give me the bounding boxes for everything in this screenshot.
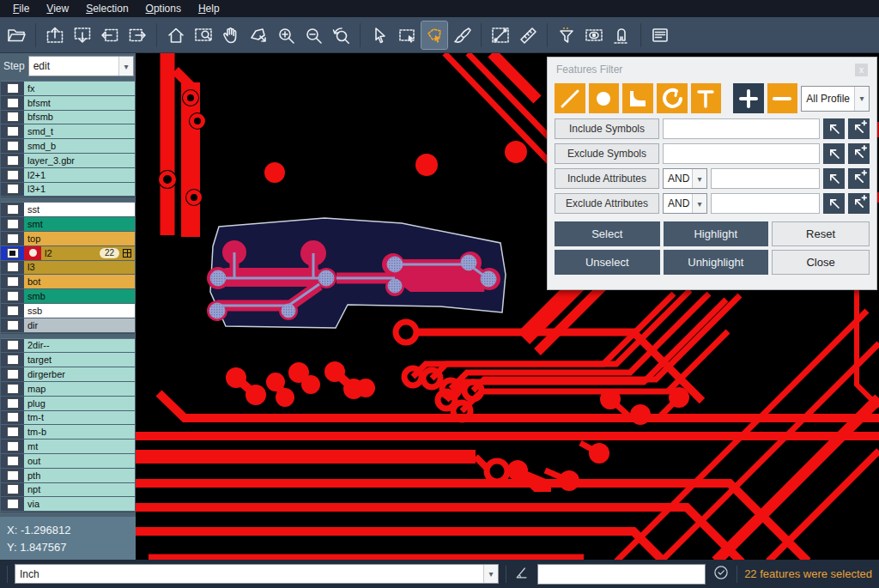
layer-name[interactable]: ssb (24, 304, 135, 318)
view-options-icon[interactable] (581, 21, 607, 49)
zoom-polygon-icon[interactable] (246, 21, 271, 49)
features-filter-icon[interactable] (554, 21, 579, 49)
layer-row[interactable]: bfsmb (1, 111, 135, 124)
layer-visibility-checkbox[interactable] (1, 304, 24, 318)
line-feature-button[interactable] (555, 83, 585, 113)
layer-name[interactable]: out (24, 454, 135, 468)
layer-name[interactable]: plug (24, 397, 135, 410)
add-filter-button[interactable] (733, 83, 764, 113)
layer-name[interactable]: map (24, 382, 135, 396)
dialog-titlebar[interactable]: Features Filter x (548, 58, 876, 82)
exclude-attributes-button[interactable]: Exclude Attributes (555, 193, 659, 214)
layer-name[interactable]: pth (24, 469, 135, 482)
layer-name[interactable]: npt (24, 483, 135, 497)
layer-visibility-checkbox[interactable] (1, 275, 24, 288)
layer-row[interactable]: fx (1, 82, 135, 95)
layer-visibility-checkbox[interactable] (1, 217, 24, 231)
layer-row[interactable]: mt (1, 439, 135, 453)
layer-name[interactable]: bfsmb (24, 111, 135, 124)
zoom-previous-icon[interactable] (328, 21, 354, 49)
snap-magnet-icon[interactable] (609, 21, 634, 49)
layer-row[interactable]: pth (1, 469, 135, 482)
pick-add-symbol-icon[interactable] (848, 143, 870, 164)
layer-visibility-checkbox[interactable] (1, 246, 24, 260)
layer-name[interactable]: sst (24, 203, 135, 216)
exclude-symbols-input[interactable] (663, 143, 820, 164)
layer-row[interactable]: plug (1, 397, 135, 410)
exclude-attributes-operator[interactable]: AND ▾ (663, 193, 707, 214)
layer-visibility-checkbox[interactable] (1, 154, 24, 167)
open-file-icon[interactable] (3, 21, 29, 49)
menu-selection[interactable]: Selection (78, 1, 136, 16)
layer-row[interactable]: smd_t (1, 124, 135, 138)
include-attributes-operator[interactable]: AND ▾ (663, 168, 707, 189)
layer-visibility-checkbox[interactable] (1, 261, 24, 275)
layer-visibility-checkbox[interactable] (1, 203, 24, 216)
layer-visibility-checkbox[interactable] (1, 111, 24, 124)
select-button[interactable]: Select (555, 221, 660, 246)
layer-name[interactable]: l222 (41, 246, 135, 260)
include-symbols-input[interactable] (663, 118, 820, 139)
command-input[interactable] (537, 564, 706, 585)
include-attributes-button[interactable]: Include Attributes (555, 168, 659, 189)
layer-visibility-checkbox[interactable] (1, 353, 24, 367)
layer-name[interactable]: fx (24, 82, 135, 95)
load-up-icon[interactable] (42, 21, 68, 49)
layer-row[interactable]: sst (1, 203, 135, 216)
step-combobox[interactable]: edit ▾ (28, 56, 134, 76)
layer-row[interactable]: tm-b (1, 425, 135, 439)
close-icon[interactable]: x (855, 64, 868, 76)
layer-name[interactable]: bot (24, 275, 135, 288)
layer-row[interactable]: smb (1, 289, 135, 303)
layer-visibility-checkbox[interactable] (1, 124, 24, 138)
layer-row[interactable]: l3 (1, 261, 135, 275)
zoom-in-icon[interactable] (273, 21, 299, 49)
layer-row[interactable]: l222 (1, 246, 135, 260)
layer-row[interactable]: ssb (1, 304, 135, 318)
layers-panel-icon[interactable] (647, 21, 673, 49)
select-arrow-icon[interactable] (367, 21, 392, 49)
layer-name[interactable]: smd_t (24, 124, 135, 138)
layer-name[interactable]: smb (24, 289, 135, 303)
layer-row[interactable]: out (1, 454, 135, 468)
pick-attribute-icon[interactable] (823, 168, 845, 189)
measure-line-icon[interactable] (488, 21, 513, 49)
layer-name[interactable]: bfsmt (24, 96, 135, 110)
layer-row[interactable]: l2+1 (1, 168, 135, 182)
pad-feature-button[interactable] (589, 83, 620, 113)
layer-row[interactable]: smt (1, 217, 135, 231)
polygon-select-icon[interactable] (421, 21, 447, 49)
close-button[interactable]: Close (772, 250, 870, 275)
load-left-icon[interactable] (97, 21, 123, 49)
home-view-icon[interactable] (163, 21, 189, 49)
units-combobox[interactable]: Inch ▾ (15, 564, 499, 584)
layer-visibility-checkbox[interactable] (1, 318, 24, 332)
load-down-icon[interactable] (70, 21, 95, 49)
menu-view[interactable]: View (39, 1, 76, 16)
text-feature-button[interactable] (691, 83, 722, 113)
grid-icon[interactable] (123, 249, 131, 258)
menu-options[interactable]: Options (138, 1, 189, 16)
layer-row[interactable]: via (1, 497, 135, 511)
layer-name[interactable]: smt (24, 217, 135, 231)
layer-name[interactable]: l2+1 (24, 168, 135, 182)
layer-visibility-checkbox[interactable] (1, 289, 24, 303)
zoom-out-icon[interactable] (300, 21, 326, 49)
layer-row[interactable]: smd_b (1, 139, 135, 153)
layer-row[interactable]: npt (1, 483, 135, 497)
layer-visibility-checkbox[interactable] (1, 397, 24, 410)
layer-visibility-checkbox[interactable] (1, 183, 24, 197)
layer-name[interactable]: dirgerber (24, 367, 135, 381)
layer-row[interactable]: bot (1, 275, 135, 288)
zoom-area-icon[interactable] (191, 21, 216, 49)
profile-combobox[interactable]: All Profile ▾ (801, 86, 870, 112)
layer-name[interactable]: l3 (24, 261, 135, 275)
layer-row[interactable]: top (1, 232, 135, 246)
layer-visibility-checkbox[interactable] (1, 382, 24, 396)
menu-help[interactable]: Help (191, 1, 227, 16)
layer-name[interactable]: l3+1 (24, 183, 135, 197)
layer-name[interactable]: 2dir-- (24, 339, 135, 353)
layer-row[interactable]: tm-t (1, 411, 135, 425)
remove-filter-button[interactable] (767, 83, 798, 113)
pick-add-attribute-icon[interactable] (848, 193, 870, 214)
